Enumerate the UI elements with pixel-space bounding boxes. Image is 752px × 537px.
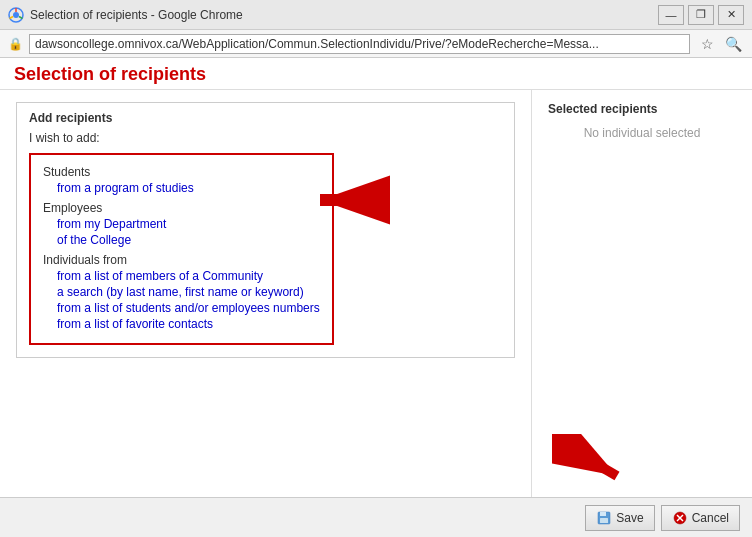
- right-panel: Selected recipients No individual select…: [532, 90, 752, 533]
- link-from-favorites[interactable]: from a list of favorite contacts: [57, 317, 320, 331]
- add-recipients-legend: Add recipients: [29, 111, 502, 125]
- svg-rect-8: [600, 518, 608, 523]
- add-recipients-section: Add recipients I wish to add: Students f…: [16, 102, 515, 358]
- close-button[interactable]: ✕: [718, 5, 744, 25]
- page-header: Selection of recipients: [0, 58, 752, 90]
- link-of-the-college[interactable]: of the College: [57, 233, 320, 247]
- cancel-label: Cancel: [692, 511, 729, 525]
- svg-rect-7: [600, 512, 606, 516]
- title-bar-left: Selection of recipients - Google Chrome: [8, 7, 243, 23]
- left-panel: Add recipients I wish to add: Students f…: [0, 90, 532, 533]
- category-students: Students: [43, 165, 320, 179]
- url-bar[interactable]: dawsoncollege.omnivox.ca/WebApplication/…: [29, 34, 690, 54]
- selection-box: Students from a program of studies Emplo…: [29, 153, 334, 345]
- selected-recipients-title: Selected recipients: [548, 102, 736, 116]
- link-from-community[interactable]: from a list of members of a Community: [57, 269, 320, 283]
- wish-add-text: I wish to add:: [29, 131, 502, 145]
- bookmark-icon[interactable]: ☆: [696, 33, 718, 55]
- no-individual-text: No individual selected: [548, 126, 736, 140]
- category-employees: Employees: [43, 201, 320, 215]
- link-from-department[interactable]: from my Department: [57, 217, 320, 231]
- page-title: Selection of recipients: [14, 64, 206, 84]
- footer-bar: Save Cancel: [0, 497, 752, 537]
- title-bar: Selection of recipients - Google Chrome …: [0, 0, 752, 30]
- address-bar: 🔒 dawsoncollege.omnivox.ca/WebApplicatio…: [0, 30, 752, 58]
- link-from-numbers[interactable]: from a list of students and/or employees…: [57, 301, 320, 315]
- address-bar-icons: ☆ 🔍: [696, 33, 744, 55]
- category-individuals: Individuals from: [43, 253, 320, 267]
- save-icon: [596, 510, 612, 526]
- chrome-icon: [8, 7, 24, 23]
- lock-icon: 🔒: [8, 37, 23, 51]
- link-from-program[interactable]: from a program of studies: [57, 181, 320, 195]
- window-title: Selection of recipients - Google Chrome: [30, 8, 243, 22]
- zoom-icon[interactable]: 🔍: [722, 33, 744, 55]
- restore-button[interactable]: ❐: [688, 5, 714, 25]
- link-search[interactable]: a search (by last name, first name or ke…: [57, 285, 320, 299]
- main-content: Add recipients I wish to add: Students f…: [0, 90, 752, 533]
- save-label: Save: [616, 511, 643, 525]
- cancel-button[interactable]: Cancel: [661, 505, 740, 531]
- cancel-icon: [672, 510, 688, 526]
- save-button[interactable]: Save: [585, 505, 654, 531]
- svg-point-1: [13, 12, 19, 18]
- title-bar-controls: — ❐ ✕: [658, 5, 744, 25]
- minimize-button[interactable]: —: [658, 5, 684, 25]
